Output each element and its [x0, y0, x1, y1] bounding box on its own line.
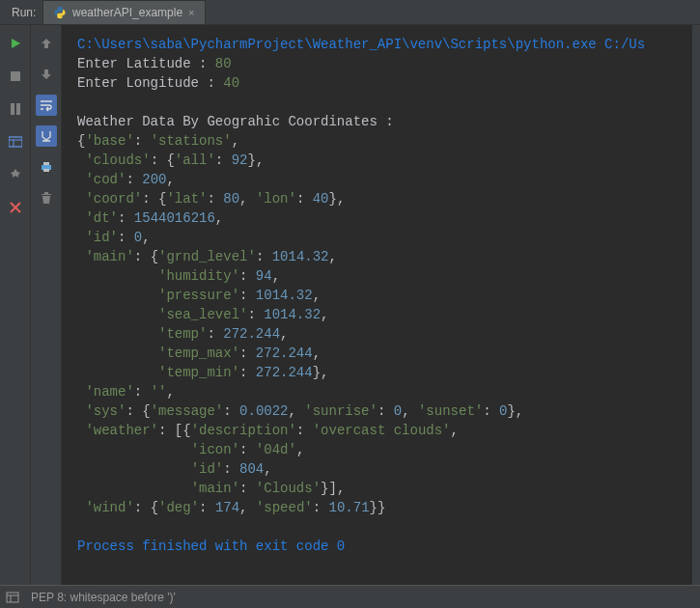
print-icon: [40, 160, 53, 174]
arrow-up-icon: [41, 38, 52, 49]
svg-rect-1: [11, 103, 14, 115]
console-text: C:\Users\saba\PycharmProject\Weather_API…: [77, 35, 692, 556]
pin-button[interactable]: [5, 164, 26, 185]
svg-rect-7: [43, 162, 49, 165]
svg-rect-0: [11, 71, 20, 81]
layout-button[interactable]: [5, 131, 26, 152]
tool-window-label: Run:: [0, 6, 42, 19]
stop-icon: [10, 70, 21, 82]
python-icon: [53, 6, 67, 19]
svg-rect-3: [9, 137, 22, 147]
stop-button[interactable]: [5, 66, 26, 87]
close-tool-window-button[interactable]: [5, 197, 26, 218]
run-toolbar-secondary: [31, 25, 62, 585]
status-bar: PEP 8: whitespace before ')': [0, 585, 700, 608]
close-icon[interactable]: ×: [188, 7, 194, 18]
run-toolbar-primary: [0, 25, 31, 585]
pause-button[interactable]: [5, 98, 26, 120]
clear-all-button[interactable]: [36, 187, 57, 208]
x-icon: [10, 202, 21, 213]
tab-bar: Run: weatherAPI_example ×: [0, 0, 700, 25]
main-content: C:\Users\saba\PycharmProject\Weather_API…: [0, 25, 700, 585]
layout-icon: [9, 135, 22, 149]
up-button[interactable]: [36, 33, 57, 54]
arrow-down-icon: [41, 69, 52, 80]
svg-rect-2: [16, 103, 20, 115]
svg-rect-9: [7, 593, 18, 602]
console-output[interactable]: C:\Users\saba\PycharmProject\Weather_API…: [62, 25, 692, 585]
print-button[interactable]: [36, 156, 57, 178]
tab-title: weatherAPI_example: [72, 6, 182, 19]
trash-icon: [40, 191, 53, 205]
right-gutter: [692, 25, 700, 585]
run-tab[interactable]: weatherAPI_example ×: [42, 0, 206, 24]
svg-rect-8: [43, 169, 49, 172]
scroll-to-end-button[interactable]: [36, 125, 57, 147]
status-text: PEP 8: whitespace before ')': [31, 591, 176, 604]
soft-wrap-button[interactable]: [36, 95, 57, 116]
scroll-end-icon: [40, 129, 53, 143]
status-icon: [6, 591, 19, 604]
pin-icon: [9, 168, 22, 181]
play-icon: [9, 37, 22, 50]
down-button[interactable]: [36, 64, 57, 85]
pause-icon: [10, 103, 21, 115]
run-button[interactable]: [5, 33, 26, 54]
soft-wrap-icon: [40, 98, 53, 112]
